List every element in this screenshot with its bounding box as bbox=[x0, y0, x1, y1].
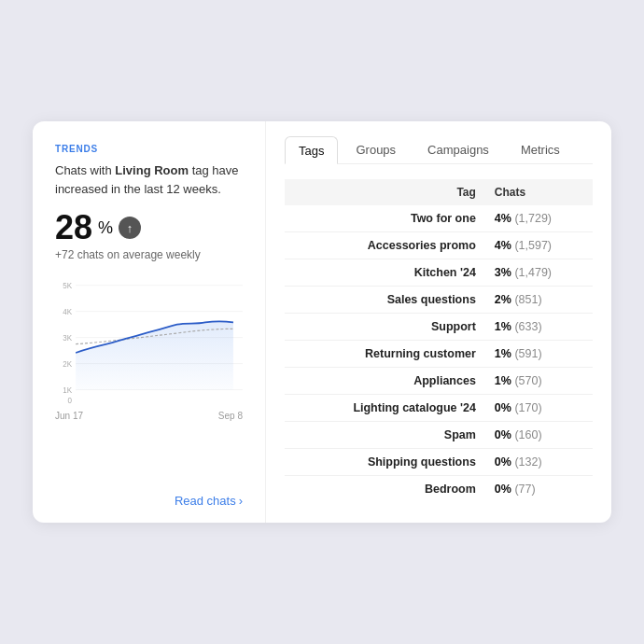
chat-count: (851) bbox=[514, 293, 541, 306]
chat-count: (170) bbox=[514, 401, 541, 414]
table-header-row: Tag Chats bbox=[285, 179, 593, 205]
big-number: 28 bbox=[55, 211, 92, 245]
chat-pct: 2% bbox=[495, 293, 511, 306]
chart-area: 5K 4K 3K 2K 1K 0 bbox=[55, 274, 243, 486]
chat-pct: 0% bbox=[495, 455, 511, 469]
cell-tag: Spam bbox=[285, 422, 485, 449]
table-row: Lighting catalogue '240% (170) bbox=[285, 395, 593, 422]
cell-tag: Appliances bbox=[285, 368, 485, 395]
tab-metrics[interactable]: Metrics bbox=[507, 136, 574, 163]
table-body: Two for one4% (1,729)Accessories promo4%… bbox=[285, 205, 593, 502]
svg-text:5K: 5K bbox=[63, 281, 72, 291]
cell-tag: Bedroom bbox=[285, 476, 485, 503]
cell-chats: 4% (1,597) bbox=[485, 232, 593, 259]
cell-chats: 1% (570) bbox=[485, 368, 593, 395]
chat-count: (77) bbox=[514, 483, 535, 496]
weekly-chats: +72 chats on average weekly bbox=[55, 248, 243, 261]
cell-tag: Two for one bbox=[285, 205, 485, 232]
chat-count: (1,597) bbox=[514, 239, 552, 252]
svg-text:3K: 3K bbox=[63, 333, 72, 343]
cell-tag: Returning customer bbox=[285, 341, 485, 368]
chat-count: (1,729) bbox=[514, 212, 552, 225]
chat-pct: 4% bbox=[495, 212, 511, 225]
chat-count: (1,479) bbox=[514, 266, 552, 279]
cell-chats: 2% (851) bbox=[485, 287, 593, 314]
trends-description: Chats with Living Room tag have increase… bbox=[55, 161, 243, 198]
table-row: Kitchen '243% (1,479) bbox=[285, 259, 593, 287]
chat-pct: 0% bbox=[495, 401, 511, 414]
right-panel: Tags Groups Campaigns Metrics Tag Chats … bbox=[266, 121, 611, 523]
chat-count: (570) bbox=[514, 374, 541, 387]
tabs-row: Tags Groups Campaigns Metrics bbox=[285, 136, 593, 164]
svg-text:0: 0 bbox=[68, 395, 73, 405]
tab-groups[interactable]: Groups bbox=[342, 136, 410, 163]
read-chats-label: Read chats bbox=[175, 494, 236, 508]
chat-pct: 0% bbox=[495, 428, 511, 441]
x-label-start: Jun 17 bbox=[55, 411, 83, 421]
left-panel: TRENDS Chats with Living Room tag have i… bbox=[33, 121, 266, 523]
cell-chats: 0% (170) bbox=[485, 395, 593, 422]
up-arrow-icon: ↑ bbox=[119, 217, 141, 239]
tab-campaigns[interactable]: Campaigns bbox=[413, 136, 503, 163]
cell-chats: 1% (633) bbox=[485, 314, 593, 341]
table-row: Sales questions2% (851) bbox=[285, 287, 593, 314]
table-row: Shipping questions0% (132) bbox=[285, 449, 593, 476]
svg-text:2K: 2K bbox=[63, 359, 72, 370]
svg-text:1K: 1K bbox=[63, 385, 72, 396]
chat-pct: 1% bbox=[495, 320, 511, 333]
cell-tag: Accessories promo bbox=[285, 232, 485, 259]
svg-text:4K: 4K bbox=[63, 307, 72, 317]
chart-x-labels: Jun 17 Sep 8 bbox=[55, 411, 243, 421]
chat-count: (633) bbox=[514, 320, 541, 333]
chat-count: (132) bbox=[514, 455, 541, 469]
cell-tag: Support bbox=[285, 314, 485, 341]
chat-pct: 1% bbox=[495, 374, 511, 387]
col-chats: Chats bbox=[485, 179, 593, 205]
table-head: Tag Chats bbox=[285, 179, 593, 205]
main-card: TRENDS Chats with Living Room tag have i… bbox=[33, 121, 611, 523]
tab-tags[interactable]: Tags bbox=[285, 136, 338, 164]
table-row: Spam0% (160) bbox=[285, 422, 593, 449]
big-unit: % bbox=[98, 218, 113, 238]
big-stat: 28% ↑ bbox=[55, 211, 243, 245]
cell-chats: 0% (77) bbox=[485, 476, 593, 503]
table-row: Appliances1% (570) bbox=[285, 368, 593, 395]
chevron-right-icon: › bbox=[239, 494, 243, 508]
chat-pct: 4% bbox=[495, 239, 511, 252]
cell-chats: 3% (1,479) bbox=[485, 259, 593, 287]
cell-tag: Sales questions bbox=[285, 287, 485, 314]
table-row: Accessories promo4% (1,597) bbox=[285, 232, 593, 259]
chat-count: (160) bbox=[514, 428, 541, 441]
desc-pre: Chats with bbox=[55, 163, 115, 177]
cell-tag: Lighting catalogue '24 bbox=[285, 395, 485, 422]
chat-count: (591) bbox=[514, 347, 541, 360]
read-chats-link[interactable]: Read chats › bbox=[55, 494, 243, 508]
cell-tag: Kitchen '24 bbox=[285, 259, 485, 287]
desc-bold: Living Room bbox=[115, 163, 189, 177]
x-label-end: Sep 8 bbox=[218, 411, 243, 421]
data-table: Tag Chats Two for one4% (1,729)Accessori… bbox=[285, 179, 593, 502]
chart-svg: 5K 4K 3K 2K 1K 0 bbox=[55, 274, 243, 405]
cell-tag: Shipping questions bbox=[285, 449, 485, 476]
cell-chats: 4% (1,729) bbox=[485, 205, 593, 232]
cell-chats: 0% (132) bbox=[485, 449, 593, 476]
cell-chats: 0% (160) bbox=[485, 422, 593, 449]
table-row: Returning customer1% (591) bbox=[285, 341, 593, 368]
chat-pct: 0% bbox=[495, 483, 511, 496]
trends-label: TRENDS bbox=[55, 144, 243, 154]
table-row: Support1% (633) bbox=[285, 314, 593, 341]
col-tag: Tag bbox=[285, 179, 485, 205]
table-row: Bedroom0% (77) bbox=[285, 476, 593, 503]
cell-chats: 1% (591) bbox=[485, 341, 593, 368]
chat-pct: 1% bbox=[495, 347, 511, 360]
table-row: Two for one4% (1,729) bbox=[285, 205, 593, 232]
chat-pct: 3% bbox=[495, 266, 511, 279]
